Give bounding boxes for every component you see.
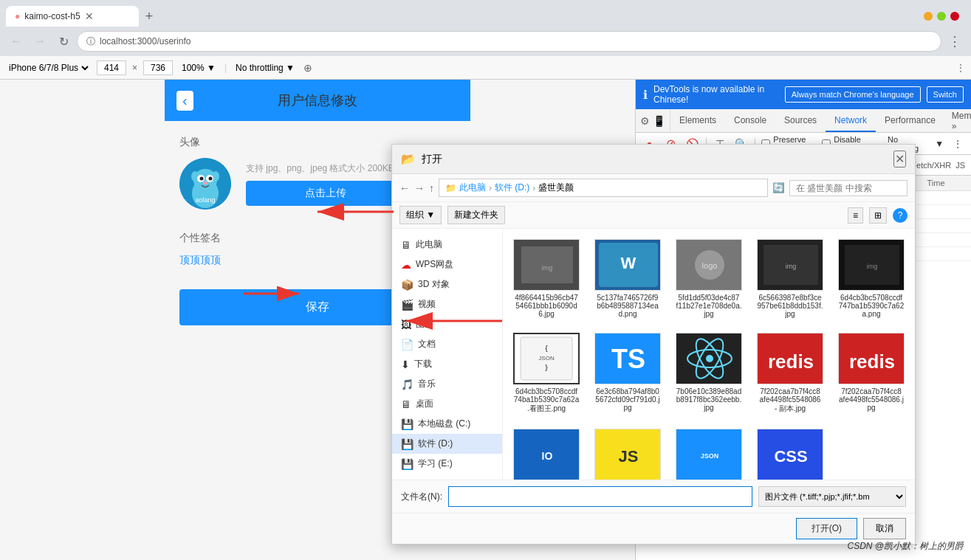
view-grid-button[interactable]: ⊞ <box>869 207 887 224</box>
file-thumbnail: img <box>513 239 580 291</box>
new-folder-button[interactable]: 新建文件夹 <box>447 206 505 224</box>
file-name: 5fd1dd5f03de4c87f11b27e1e708de0a.jpg <box>676 294 742 318</box>
throttling-dropdown[interactable]: ▼ <box>935 139 944 149</box>
fd-forward-button[interactable]: → <box>414 182 425 194</box>
svg-text:redis: redis <box>768 350 814 373</box>
view-list-button[interactable]: ≡ <box>848 207 863 224</box>
filename-input[interactable] <box>448 486 752 507</box>
tab-bar: ● kaimo-cost-h5 ✕ + <box>0 0 971 27</box>
fetch-xhr-filter[interactable]: Fetch/XHR <box>911 161 951 170</box>
disk-e-label: 学习 (E:) <box>418 457 453 470</box>
file-name: 5c137fa7465726f9b6b4895887134ead.png <box>594 294 661 318</box>
back-arrow-icon[interactable]: ‹ <box>176 91 193 111</box>
cancel-button[interactable]: 取消 <box>863 518 906 539</box>
filetype-select[interactable]: 图片文件 (*.tiff;*.pjp;*.jfif;*.bm <box>758 486 906 507</box>
svg-text:CSS: CSS <box>774 447 807 466</box>
file-dialog-close-button[interactable]: ✕ <box>893 151 906 167</box>
fd-sidebar-item-documents[interactable]: 📄 文档 <box>392 334 502 354</box>
disk-d-icon: 💾 <box>401 438 414 450</box>
fd-sidebar-item-disk-d[interactable]: 💾 软件 (D:) <box>392 434 502 454</box>
switch-button[interactable]: Switch <box>927 86 964 103</box>
list-item[interactable]: img 6d4cb3bc5708ccdf747ba1b5390c7a62a.pn… <box>834 235 909 322</box>
tab-more[interactable]: Mem » <box>944 109 971 132</box>
fd-sidebar-item-disk-e[interactable]: 💾 学习 (E:) <box>392 454 502 474</box>
fd-up-button[interactable]: ↑ <box>429 182 434 194</box>
fd-sidebar-item-wps[interactable]: ☁ WPS网盘 <box>392 255 502 274</box>
user-page-header: ‹ 用户信息修改 <box>165 80 470 121</box>
file-thumbnail: CSS <box>757 429 823 480</box>
fd-sidebar-item-3d[interactable]: 📦 3D 对象 <box>392 274 502 294</box>
svg-point-40 <box>706 355 713 362</box>
list-item[interactable]: IO ... <box>509 424 584 480</box>
fd-sidebar-item-computer[interactable]: 🖥 此电脑 <box>392 235 502 255</box>
list-item[interactable]: redis 7f202caa7b7f4cc8afe4498fc5548086.j… <box>834 328 909 418</box>
list-item[interactable]: { JSON } 6d4cb3bc5708ccdf74ba1b5390c7a62… <box>509 328 584 418</box>
file-thumbnail: W <box>594 239 661 291</box>
row-time <box>927 207 965 216</box>
match-language-button[interactable]: Always match Chrome's language <box>785 86 921 103</box>
list-item[interactable]: TS 6e3c68ba794af8b05672cfd09cf791d0.jpg <box>590 328 665 418</box>
close-btn[interactable] <box>950 12 959 21</box>
device-select[interactable]: iPhone 6/7/8 Plus <box>6 62 91 74</box>
browser-menu-button[interactable]: ⋮ <box>944 31 965 52</box>
fd-refresh-button[interactable]: 🔄 <box>772 182 785 193</box>
forward-button[interactable]: → <box>30 31 50 52</box>
throttle-button[interactable]: No throttling ▼ <box>233 61 298 75</box>
tab-console[interactable]: Console <box>725 109 775 132</box>
zoom-button[interactable]: 100% ▼ <box>179 61 219 75</box>
svg-text:W: W <box>621 254 637 272</box>
devtools-tabs: ⚙ 📱 Elements Console Sources Network Per… <box>636 109 971 133</box>
devtools-device-icon[interactable]: 📱 <box>653 115 665 127</box>
tab-elements[interactable]: Elements <box>670 109 725 132</box>
upload-button[interactable]: 点击上传 <box>246 181 405 206</box>
fd-back-button[interactable]: ← <box>399 182 410 194</box>
video-label: 视频 <box>418 298 436 311</box>
music-icon: 🎵 <box>401 378 414 390</box>
fd-path-part2[interactable]: 软件 (D:) <box>495 182 529 194</box>
new-tab-button[interactable]: + <box>139 6 159 27</box>
tab-close-icon[interactable]: ✕ <box>85 10 94 22</box>
more-toolbar-button[interactable]: ⋮ <box>950 136 965 152</box>
reload-button[interactable]: ↻ <box>53 31 74 52</box>
active-tab[interactable]: ● kaimo-cost-h5 ✕ <box>6 6 139 27</box>
list-item[interactable]: JS ... <box>590 424 665 480</box>
file-dialog-actions: 打开(O) 取消 <box>392 513 915 544</box>
list-item[interactable]: JSON ... <box>671 424 747 480</box>
fd-path-part1[interactable]: 此电脑 <box>459 182 486 194</box>
tab-sources[interactable]: Sources <box>775 109 826 132</box>
devtools-settings-icon[interactable]: ⚙ <box>640 115 650 127</box>
file-thumbnail: redis <box>757 333 823 384</box>
fd-sidebar-item-disk-c[interactable]: 💾 本地磁盘 (C:) <box>392 414 502 434</box>
minimize-btn[interactable] <box>924 12 933 21</box>
tab-network[interactable]: Network <box>826 109 876 132</box>
device-toolbar: iPhone 6/7/8 Plus × 100% ▼ | No throttli… <box>0 56 971 80</box>
fd-sidebar-item-downloads[interactable]: ⬇ 下载 <box>392 354 502 374</box>
list-item[interactable]: logo 5fd1dd5f03de4c87f11b27e1e708de0a.jp… <box>671 235 747 322</box>
width-input[interactable] <box>97 61 126 75</box>
fd-sidebar-item-desktop[interactable]: 🖥 桌面 <box>392 394 502 414</box>
file-thumbnail: TS <box>594 333 661 384</box>
back-button[interactable]: ← <box>6 31 27 52</box>
fd-sidebar-item-pictures[interactable]: 🖼 图片 <box>392 314 502 334</box>
more-options-icon[interactable]: ⋮ <box>956 63 965 73</box>
list-item[interactable]: redis 7f202caa7b7f4cc8afe4498fc5548086- … <box>752 328 828 418</box>
list-item[interactable]: 7b06e10c389e88adb8917f8bc362eebb.jpg <box>671 328 747 418</box>
open-button[interactable]: 打开(O) <box>796 518 857 539</box>
filename-label: 文件名(N): <box>401 491 442 503</box>
js-filter[interactable]: JS <box>955 161 965 170</box>
fd-help-button[interactable]: ? <box>893 208 907 223</box>
list-item[interactable]: W 5c137fa7465726f9b6b4895887134ead.png <box>590 235 665 322</box>
organize-button[interactable]: 组织 ▼ <box>399 206 442 224</box>
fd-sidebar-item-music[interactable]: 🎵 音乐 <box>392 374 502 394</box>
list-item[interactable]: CSS ... <box>752 424 828 480</box>
maximize-btn[interactable] <box>937 12 946 21</box>
height-input[interactable] <box>143 61 173 75</box>
list-item[interactable]: img 6c5663987e8bf3ce957be61b8ddb153f.jpg <box>752 235 828 322</box>
tab-performance[interactable]: Performance <box>876 109 944 132</box>
fd-search-input[interactable] <box>789 180 907 196</box>
video-icon: 🎬 <box>401 299 414 311</box>
fd-sidebar-item-video[interactable]: 🎬 视频 <box>392 294 502 314</box>
list-item[interactable]: img 4f8664415b96cb4754661bbb1b6090d6.jpg <box>509 235 584 322</box>
svg-text:JSON: JSON <box>538 355 555 362</box>
address-input[interactable]: ⓘ localhost:3000/userinfo <box>77 31 941 52</box>
